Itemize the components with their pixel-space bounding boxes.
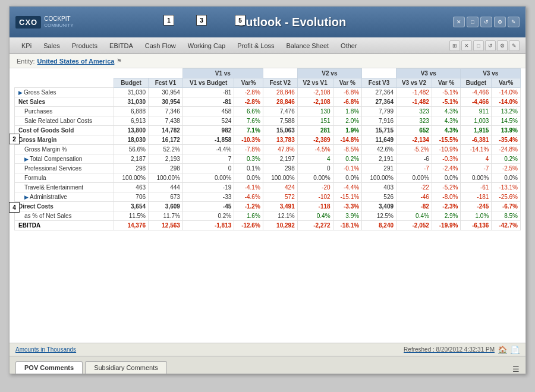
col-fcst-v1: Fcst V1 [149,78,183,88]
footer-icon-2[interactable]: 📄 [511,346,520,354]
logo-cxo: CXO [19,18,37,27]
main-container: CXO COCKPIT COMMUNITY Outlook - Evolutio… [9,6,526,374]
cell-8-11: -2.5% [492,164,521,173]
entity-value[interactable]: United States of America [37,58,115,65]
nav-pnl[interactable]: Profit & Loss [231,40,280,52]
table-container: V1 vs V2 vs V3 vs V3 vs Budget Fcst V1 V… [10,68,525,343]
expand-arrow[interactable]: ▶ [24,156,29,162]
cell-4-6: 1.9% [333,126,362,135]
nav-sales[interactable]: Sales [37,40,66,52]
cell-4-3: 7.1% [234,126,263,135]
nav-btn-4[interactable]: ↺ [485,40,496,51]
cell-5-11: -35.4% [492,135,521,145]
row-label-0: ▶Gross Sales [15,88,114,97]
table-row: Gross Margin %56.6%52.2%-4.4%-7.8%47.8%-… [15,145,521,154]
nav-balance[interactable]: Balance Sheet [281,40,335,52]
table-row: Net Sales31,03030,954-81-2.8%28,846-2,10… [15,97,521,107]
cell-1-1: 30,954 [149,97,183,107]
tab-subsidiary-comments[interactable]: Subsidiary Comments [85,361,167,374]
cell-13-11: 8.5% [492,211,521,221]
col-header-empty [15,69,114,88]
cell-10-6: -4.4% [333,183,362,192]
cell-14-1: 12,563 [149,221,183,230]
nav-btn-5[interactable]: ⚙ [497,40,508,51]
nav-workingcap[interactable]: Working Cap [182,40,231,52]
footer-icon-1[interactable]: 🏠 [498,346,507,354]
nav-ebitda[interactable]: EBITDA [103,40,139,52]
outer-wrapper: 1 2 3 4 5 CXO COCKPIT COMMUNITY Outlook … [0,6,535,392]
table-row: EBITDA14,37612,563-1,813-12.6%10,292-2,2… [15,221,521,230]
cell-5-10: -6,381 [461,135,492,145]
cell-10-1: 444 [149,183,183,192]
cell-12-4: 3,491 [263,202,297,211]
cell-2-8: 323 [396,107,432,116]
nav-btn-3[interactable]: □ [473,40,484,51]
annotation-2: 2 [9,134,20,144]
cell-14-11: -42.7% [492,221,521,230]
nav-btn-1[interactable]: ⊞ [449,40,460,51]
cell-3-4: 7,588 [263,116,297,126]
cell-13-8: 0.4% [396,211,432,221]
header-icon-btn-4[interactable]: ⚙ [494,17,506,27]
cell-9-5: 0.00% [297,173,333,183]
cell-12-2: -45 [182,202,234,211]
nav-other[interactable]: Other [335,40,363,52]
cell-11-10: -181 [461,192,492,202]
nav-kpi[interactable]: KPi [15,40,37,52]
cell-6-9: -10.9% [432,145,461,154]
nav-bar: KPi Sales Products EBITDA Cash Flow Work… [10,37,525,54]
comments-icon[interactable]: ☰ [512,365,520,374]
cell-13-1: 11.7% [149,211,183,221]
cell-12-10: -245 [461,202,492,211]
cell-4-1: 14,782 [149,126,183,135]
cell-9-7: 100.00% [362,173,396,183]
nav-btn-6[interactable]: ✎ [509,40,520,51]
row-label-1: Net Sales [15,97,114,107]
cell-8-2: 0 [182,164,234,173]
row-label-7: ▶Total Compensation [15,154,114,164]
cell-0-4: 28,846 [263,88,297,97]
header-icon-btn-5[interactable]: ✎ [508,17,520,27]
cell-6-10: -14.1% [461,145,492,154]
tab-pov-comments[interactable]: POV Comments [15,361,83,374]
col-group-v3b: V3 vs [461,69,521,78]
nav-btn-2[interactable]: ✕ [461,40,472,51]
nav-cashflow[interactable]: Cash Flow [139,40,182,52]
expand-arrow[interactable]: ▶ [24,194,29,200]
header-icon-btn-3[interactable]: ↺ [480,17,492,27]
cell-1-2: -81 [182,97,234,107]
nav-right-buttons: ⊞ ✕ □ ↺ ⚙ ✎ [449,40,520,51]
cell-9-10: 0.00% [461,173,492,183]
cell-13-9: 2.9% [432,211,461,221]
entity-label: Entity: [17,58,35,65]
logo-text: COCKPIT COMMUNITY [44,15,73,29]
logo-box: CXO [15,16,41,29]
cell-9-1: 100.00% [149,173,183,183]
cell-1-5: -2,108 [297,97,333,107]
cell-11-0: 706 [114,192,149,202]
footer: Amounts in Thousands Refreshed : 8/20/20… [10,343,525,356]
cell-5-6: -14.8% [333,135,362,145]
table-row: Professional Services29829800.1%2980-0.1… [15,164,521,173]
cell-8-7: 291 [362,164,396,173]
cell-2-2: 458 [182,107,234,116]
expand-arrow[interactable]: ▶ [18,90,23,96]
annotation-3: 3 [196,15,207,26]
header-icon-btn-1[interactable]: ✕ [453,17,465,27]
cell-7-11: 0.2% [492,154,521,164]
cell-9-11: 0.0% [492,173,521,183]
cell-5-2: -1,858 [182,135,234,145]
cell-14-0: 14,376 [114,221,149,230]
cell-8-5: 0 [297,164,333,173]
nav-products[interactable]: Products [66,40,103,52]
cell-1-0: 31,030 [114,97,149,107]
table-row: Cost of Goods Sold13,80014,7829827.1%15,… [15,126,521,135]
header-icon-btn-2[interactable]: □ [467,17,479,27]
cell-2-11: 13.2% [492,107,521,116]
cell-7-5: 4 [297,154,333,164]
cell-7-10: 4 [461,154,492,164]
table-row: Formula100.00%100.00%0.00%0.0%100.00%0.0… [15,173,521,183]
cell-6-1: 52.2% [149,145,183,154]
cell-11-9: -8.0% [432,192,461,202]
cell-14-9: -19.9% [432,221,461,230]
